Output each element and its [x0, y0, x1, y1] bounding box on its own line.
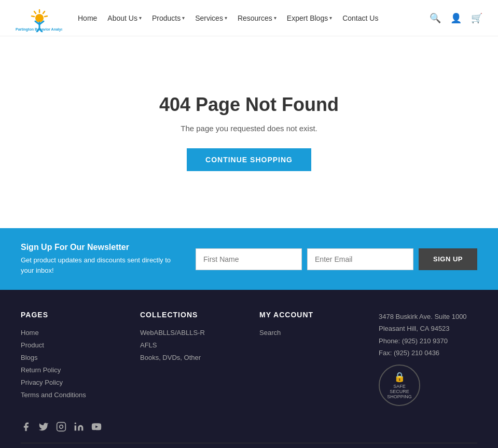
account-list: Search [259, 328, 358, 337]
linkedin-icon[interactable] [74, 422, 84, 435]
main-nav: Home About Us ▾ Products ▾ Services ▾ Re… [78, 14, 430, 22]
blogs-chevron: ▾ [329, 15, 332, 21]
collections-list: WebABLLS/ABLLS-R AFLS Books, DVDs, Other [140, 328, 239, 361]
nav-contact[interactable]: Contact Us [342, 14, 378, 22]
twitter-icon[interactable] [38, 422, 49, 435]
badge-line3: SHOPPING [387, 394, 412, 399]
contact-city: Pleasant Hill, CA 94523 [379, 323, 477, 334]
collection-link-books[interactable]: Books, DVDs, Other [140, 354, 201, 361]
youtube-icon[interactable] [91, 422, 102, 435]
page-link-return[interactable]: Return Policy [21, 366, 61, 374]
collections-heading: COLLECTIONS [140, 311, 239, 319]
svg-text:Partington Behavior Analysts: Partington Behavior Analysts [16, 27, 62, 32]
account-heading: MY ACCOUNT [259, 311, 358, 319]
footer-pages-col: PAGES Home Product Blogs Return Policy P… [21, 311, 119, 406]
footer-collections-col: COLLECTIONS WebABLLS/ABLLS-R AFLS Books,… [140, 311, 239, 406]
svg-rect-12 [57, 422, 66, 431]
badge-line2: SECURE [390, 389, 409, 394]
facebook-icon[interactable] [21, 422, 31, 435]
list-item: Blogs [21, 353, 119, 361]
svg-line-2 [45, 16, 47, 17]
badge-line1: SAFE [393, 384, 406, 389]
error-title: 404 Page Not Found [159, 94, 339, 116]
account-link-search[interactable]: Search [259, 329, 281, 337]
pages-list: Home Product Blogs Return Policy Privacy… [21, 328, 119, 399]
nav-expert-blogs[interactable]: Expert Blogs ▾ [287, 14, 332, 22]
instagram-icon[interactable] [56, 422, 66, 435]
newsletter-heading: Sign Up For Our Newsletter [21, 243, 185, 252]
list-item: Terms and Conditions [21, 390, 119, 399]
page-link-product[interactable]: Product [21, 341, 44, 349]
collection-link-web[interactable]: WebABLLS/ABLLS-R [140, 329, 205, 337]
list-item: Home [21, 328, 119, 337]
nav-about[interactable]: About Us ▾ [107, 14, 142, 22]
list-item: Product [21, 341, 119, 349]
first-name-input[interactable] [196, 248, 302, 270]
search-icon[interactable]: 🔍 [430, 12, 441, 24]
svg-line-3 [34, 11, 36, 13]
account-icon[interactable]: 👤 [450, 12, 462, 24]
safe-secure-badge: 🔒 SAFE SECURE SHOPPING [379, 365, 420, 406]
logo-icon: Partington Behavior Analysts [16, 4, 62, 32]
footer-bottom: © 2018, Partington Behavior Analysts. AM… [21, 443, 477, 448]
continue-shopping-button[interactable]: CONTINUE SHOPPING [187, 148, 311, 171]
fax-label: Fax: [379, 349, 392, 357]
services-chevron: ▾ [225, 15, 227, 21]
footer-account-col: MY ACCOUNT Search [259, 311, 358, 406]
error-subtitle: The page you requested does not exist. [181, 124, 317, 133]
list-item: Privacy Policy [21, 378, 119, 386]
newsletter-text-block: Sign Up For Our Newsletter Get product u… [21, 243, 185, 275]
signup-button[interactable]: SIGN UP [419, 248, 477, 270]
main-content: 404 Page Not Found The page you requeste… [0, 36, 498, 228]
list-item: Books, DVDs, Other [140, 353, 239, 361]
nav-services[interactable]: Services ▾ [195, 14, 227, 22]
page-link-blogs[interactable]: Blogs [21, 354, 38, 361]
page-link-terms[interactable]: Terms and Conditions [21, 391, 86, 399]
list-item: Return Policy [21, 366, 119, 374]
nav-products[interactable]: Products ▾ [152, 14, 185, 22]
products-chevron: ▾ [182, 15, 185, 21]
phone-link[interactable]: (925) 210 9370 [402, 337, 448, 345]
newsletter-band: Sign Up For Our Newsletter Get product u… [0, 228, 498, 290]
contact-address: 3478 Buskirk Ave. Suite 1000 [379, 311, 477, 323]
contact-phone: Phone: (925) 210 9370 [379, 335, 477, 347]
nav-resources[interactable]: Resources ▾ [238, 14, 276, 22]
nav-home[interactable]: Home [78, 14, 97, 22]
svg-point-14 [75, 422, 76, 424]
email-input[interactable] [307, 248, 413, 270]
phone-label: Phone: [379, 337, 400, 345]
about-chevron: ▾ [139, 15, 142, 21]
site-footer: PAGES Home Product Blogs Return Policy P… [0, 290, 498, 448]
logo-area[interactable]: Partington Behavior Analysts [16, 4, 62, 32]
resources-chevron: ▾ [274, 15, 276, 21]
fax-link[interactable]: (925) 210 0436 [394, 349, 439, 357]
footer-contact-col: 3478 Buskirk Ave. Suite 1000 Pleasant Hi… [379, 311, 477, 406]
footer-columns: PAGES Home Product Blogs Return Policy P… [21, 311, 477, 406]
header-icons: 🔍 👤 🛒 [430, 12, 482, 24]
svg-point-5 [35, 14, 44, 22]
newsletter-inputs: SIGN UP [196, 248, 477, 270]
lock-icon: 🔒 [394, 371, 405, 383]
svg-line-1 [43, 11, 45, 13]
contact-fax: Fax: (925) 210 0436 [379, 347, 477, 359]
collection-link-afls[interactable]: AFLS [140, 341, 157, 349]
page-link-home[interactable]: Home [21, 329, 39, 337]
svg-line-4 [32, 16, 34, 17]
footer-social-row [21, 422, 477, 435]
list-item: AFLS [140, 341, 239, 349]
cart-icon[interactable]: 🛒 [471, 12, 482, 24]
contact-info: 3478 Buskirk Ave. Suite 1000 Pleasant Hi… [379, 311, 477, 359]
page-link-privacy[interactable]: Privacy Policy [21, 379, 63, 386]
newsletter-description: Get product updates and discounts sent d… [21, 255, 185, 275]
list-item: WebABLLS/ABLLS-R [140, 328, 239, 337]
site-header: Partington Behavior Analysts Home About … [0, 0, 498, 36]
list-item: Search [259, 328, 358, 337]
pages-heading: PAGES [21, 311, 119, 319]
social-icons [21, 422, 477, 435]
